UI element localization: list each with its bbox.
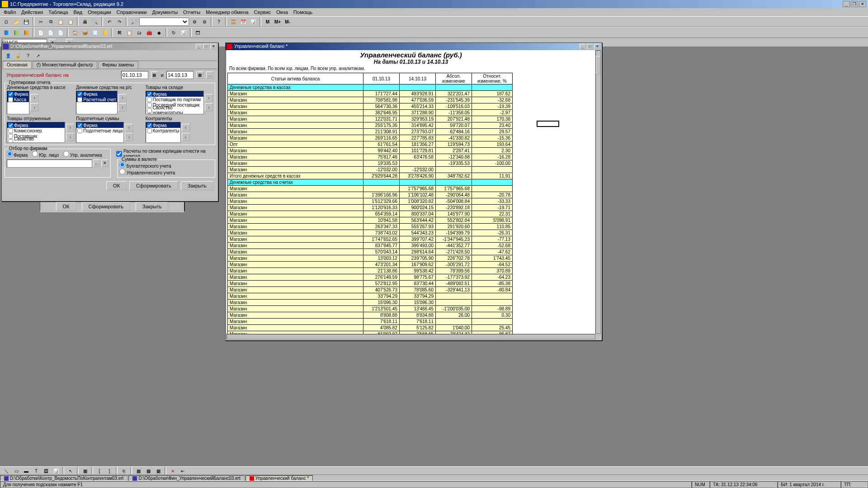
- filter-radio[interactable]: [32, 151, 38, 157]
- minimize-button[interactable]: _: [843, 1, 850, 7]
- new-icon[interactable]: 🗋: [2, 17, 11, 26]
- listbox[interactable]: ФирмаПоставщик по партиямПоследний поста…: [146, 91, 204, 114]
- move-down-button[interactable]: ↓: [30, 103, 38, 111]
- m-icon[interactable]: M: [263, 17, 272, 26]
- form-tab[interactable]: Основная: [3, 61, 32, 69]
- list-checkbox[interactable]: [147, 108, 152, 113]
- close-form-button[interactable]: Закрыть: [181, 181, 213, 190]
- filter-radio[interactable]: [7, 151, 13, 157]
- move-up-button[interactable]: ↑: [125, 124, 133, 132]
- paste2-icon[interactable]: 📋: [66, 17, 75, 26]
- redo-icon[interactable]: ↷: [115, 17, 124, 26]
- mplus-icon[interactable]: M+: [273, 17, 282, 26]
- listbox[interactable]: ФирмаРасчетный счет: [76, 91, 118, 114]
- report-max-button[interactable]: □: [587, 44, 593, 49]
- date-more-button[interactable]: …: [206, 71, 213, 79]
- form-titlebar[interactable]: D:\Обработки\Фин_УправленческийБаланс03.…: [2, 43, 218, 50]
- t2-1-icon[interactable]: 📘: [2, 28, 11, 37]
- cut-icon[interactable]: ✂: [36, 17, 45, 26]
- menu-Отчеты[interactable]: Отчеты: [180, 9, 203, 16]
- list-checkbox[interactable]: [8, 139, 13, 143]
- t2-12-icon[interactable]: 📋: [125, 28, 134, 37]
- move-down-button[interactable]: ↓: [205, 103, 213, 111]
- ft2-icon[interactable]: 🔒: [14, 52, 23, 61]
- sums-radio[interactable]: [119, 169, 125, 174]
- menu-Вид[interactable]: Вид: [71, 9, 85, 16]
- ok-button[interactable]: ОК: [106, 181, 127, 190]
- form-button[interactable]: Сформировать: [129, 181, 178, 190]
- t2-6-icon[interactable]: 📄: [56, 28, 65, 37]
- find-icon[interactable]: 🔎: [129, 17, 138, 26]
- undo-icon[interactable]: ↶: [105, 17, 114, 26]
- list-checkbox[interactable]: [77, 123, 82, 128]
- listbox[interactable]: ФирмаКомиссионерПоставщикСвойство номенк…: [7, 122, 65, 143]
- menu-Сервис[interactable]: Сервис: [251, 9, 274, 16]
- list-checkbox[interactable]: [77, 128, 82, 133]
- open-icon[interactable]: 📂: [12, 17, 21, 26]
- cal-icon[interactable]: 📅: [239, 17, 248, 26]
- chk-capital[interactable]: [116, 151, 122, 157]
- form-close-button[interactable]: ✕: [210, 44, 217, 49]
- date2-input[interactable]: [166, 71, 193, 79]
- list-checkbox[interactable]: [8, 128, 13, 133]
- sums-radio[interactable]: [119, 162, 125, 168]
- t2-2-icon[interactable]: 📗: [12, 28, 21, 37]
- move-down-button[interactable]: ↓: [125, 133, 133, 141]
- help-icon[interactable]: ?: [214, 17, 223, 26]
- report-titlebar[interactable]: Управленческий баланс * _ □ ✕: [226, 43, 602, 50]
- move-down-button[interactable]: ↓: [118, 103, 127, 111]
- behind-form-button[interactable]: Сформировать: [82, 202, 131, 211]
- date1-picker-icon[interactable]: ▦: [151, 71, 158, 79]
- t2-15-icon[interactable]: ◆: [155, 28, 164, 37]
- t2-3-icon[interactable]: 📙: [22, 28, 31, 37]
- list-checkbox[interactable]: [147, 128, 152, 133]
- list-checkbox[interactable]: [77, 92, 82, 97]
- menu-Менеджер обмена[interactable]: Менеджер обмена: [203, 9, 251, 16]
- menu-Операции[interactable]: Операции: [85, 9, 113, 16]
- list-checkbox[interactable]: [8, 97, 13, 102]
- filter-radio[interactable]: [63, 151, 69, 157]
- t2-5-icon[interactable]: 📄: [46, 28, 55, 37]
- move-up-button[interactable]: ↑: [66, 124, 74, 132]
- preview-icon[interactable]: 🔍: [90, 17, 99, 26]
- menu-Файл[interactable]: Файл: [1, 9, 19, 16]
- move-up-button[interactable]: ↑: [205, 94, 213, 102]
- list-checkbox[interactable]: [77, 97, 82, 102]
- t2-9-icon[interactable]: 🧾: [90, 28, 99, 37]
- copy-icon[interactable]: ⧉: [46, 17, 55, 26]
- list-checkbox[interactable]: [8, 92, 13, 97]
- menu-Помощь[interactable]: Помощь: [291, 9, 316, 16]
- menu-Справочники[interactable]: Справочники: [114, 9, 150, 16]
- move-up-button[interactable]: ↑: [118, 94, 127, 102]
- list-checkbox[interactable]: [147, 113, 152, 115]
- t2-16-icon[interactable]: ↻: [169, 28, 178, 37]
- move-up-button[interactable]: ↑: [30, 94, 38, 102]
- list-checkbox[interactable]: [147, 97, 152, 102]
- date1-input[interactable]: [121, 71, 148, 79]
- listbox[interactable]: ФирмаКасса: [7, 91, 29, 114]
- menu-Таблица[interactable]: Таблица: [46, 9, 71, 16]
- chart-icon[interactable]: 📊: [249, 17, 258, 26]
- list-checkbox[interactable]: [147, 92, 152, 97]
- t2-8-icon[interactable]: 📦: [80, 28, 90, 37]
- filter-pick-button[interactable]: …: [93, 160, 100, 167]
- report-vscroll[interactable]: [595, 50, 601, 334]
- move-down-button[interactable]: ↓: [66, 133, 74, 141]
- behind-close-button[interactable]: Закрыть: [136, 202, 168, 211]
- menu-Документы[interactable]: Документы: [149, 9, 180, 16]
- t2-14-icon[interactable]: 🧰: [145, 28, 154, 37]
- listbox[interactable]: ФирмаПодотчетные лица: [76, 122, 124, 143]
- move-down-button[interactable]: ↓: [182, 133, 190, 141]
- form-min-button[interactable]: _: [196, 44, 202, 49]
- mminus-icon[interactable]: M-: [283, 17, 292, 26]
- t2-11-icon[interactable]: 🛠: [115, 28, 124, 37]
- report-close-button[interactable]: ✕: [594, 44, 600, 49]
- form-max-button[interactable]: □: [203, 44, 209, 49]
- opt1-icon[interactable]: ⚙: [190, 17, 199, 26]
- listbox[interactable]: ФирмаКонтрагенты: [146, 122, 181, 143]
- save-icon[interactable]: 💾: [22, 17, 31, 26]
- filter-value-input[interactable]: [7, 160, 92, 168]
- list-checkbox[interactable]: [8, 134, 13, 139]
- date2-picker-icon[interactable]: ▦: [196, 71, 203, 79]
- paste-icon[interactable]: 📋: [56, 17, 65, 26]
